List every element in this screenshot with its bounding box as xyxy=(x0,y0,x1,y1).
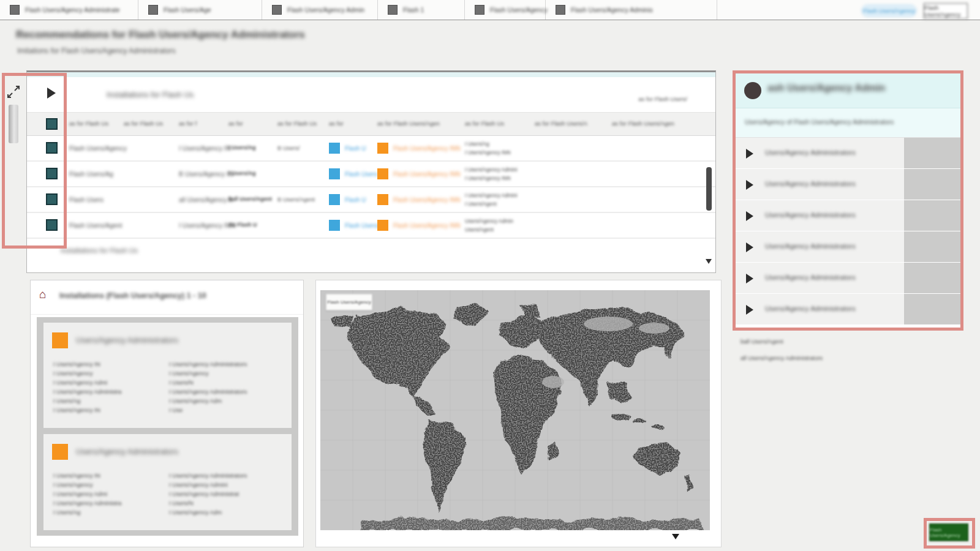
tab-label: Flash Users/Agency Admin xyxy=(287,6,364,13)
blue-badge-icon xyxy=(329,143,340,154)
row-checkbox[interactable] xyxy=(46,168,58,179)
table-row[interactable]: Flash Users/Agency I Users/Agency IN I U… xyxy=(27,136,715,162)
tab-2[interactable]: Flash Users/Age xyxy=(138,0,262,20)
row-checkbox[interactable] xyxy=(46,142,58,154)
collapse-triangle-icon[interactable] xyxy=(47,88,56,99)
cell-detail: I Users/Agency AdminiI Users/Agency INN xyxy=(465,165,518,182)
detail-line-1: I Users/Ag xyxy=(465,141,489,147)
expand-icon[interactable] xyxy=(6,84,21,99)
orange-badge-icon xyxy=(377,220,388,231)
accordion-item[interactable]: Users/Agency Administrators xyxy=(736,138,960,169)
info-card-body: Users/Agency Administrators I Users/Agen… xyxy=(37,317,298,536)
scrollbar-thumb[interactable] xyxy=(706,167,712,211)
tab-5[interactable]: Flash Users/Agency xyxy=(465,0,546,20)
map-down-arrow-icon[interactable] xyxy=(672,534,679,539)
detail-line-1: I Users/Agency Admini xyxy=(465,192,518,198)
cell-value: I Users/Ag xyxy=(228,144,256,151)
legend-info-card: ⌂ Installations (Flash Users/Agency) 1 -… xyxy=(30,280,304,547)
gutter-scroll-handle[interactable] xyxy=(9,105,18,143)
cell-detail: I Users/AgI Users/Agency INN xyxy=(465,140,511,157)
legend-line: I Users/Agency Administrat xyxy=(169,489,247,498)
accordion-value-block xyxy=(904,231,960,262)
panel-top-strip xyxy=(27,72,715,77)
detail-side-panel: ash Users/Agency Admin Users/Agency of F… xyxy=(736,73,960,328)
table-row[interactable]: Flash Users/Ag B Users/Agency IN I Users… xyxy=(27,162,715,187)
map-card: Flash Users/Agency xyxy=(315,280,722,547)
legend-line: I Users/N xyxy=(169,378,247,387)
recommendations-table-panel: Installations for Flash Us as for Flash … xyxy=(26,70,716,273)
tab-bar: Flash Users/Agency Administrate Flash Us… xyxy=(0,0,980,20)
cell-value: B Users/ xyxy=(277,144,300,151)
legend-list-right: I Users/Agency Administrators I Users/Ag… xyxy=(169,359,247,414)
map-layer-label[interactable]: Flash Users/Agency xyxy=(326,294,372,310)
table-header-row: as for Flash Us as for Flash Us as for f… xyxy=(27,113,715,136)
column-header: as for f xyxy=(179,120,197,127)
blue-link[interactable]: Flash U xyxy=(345,145,366,152)
accordion-item[interactable]: Users/Agency Administrators xyxy=(736,231,960,263)
action-green-button[interactable]: Flash Users/Agency xyxy=(929,523,968,541)
orange-link[interactable]: Flash Users/Agency INN xyxy=(393,171,460,178)
legend-line: I Users/Ag xyxy=(53,508,121,517)
legend-group-heading: Users/Agency Administrators xyxy=(76,447,178,456)
column-header: as for Flash Users/Agen xyxy=(377,120,440,127)
side-panel-subtitle: Users/Agency of Flash Users/Agency Admin… xyxy=(745,118,894,126)
expand-triangle-icon[interactable] xyxy=(746,180,753,190)
orange-link[interactable]: Flash Users/Agency INN xyxy=(393,145,460,152)
accordion-label: Users/Agency Administrators xyxy=(765,242,856,250)
tab-1[interactable]: Flash Users/Agency Administrate xyxy=(0,0,138,20)
cell-value: all Users/Agency A xyxy=(179,196,233,203)
topbar-pill-button[interactable]: Flash Users/Agency xyxy=(861,4,917,17)
orange-link[interactable]: Flash Users/Agency INN xyxy=(393,222,460,229)
accordion-item[interactable]: Users/Agency Administrators xyxy=(736,169,960,200)
orange-legend-icon xyxy=(52,444,68,460)
home-icon[interactable]: ⌂ xyxy=(39,288,46,300)
scrollbar-down-arrow-icon[interactable] xyxy=(706,259,712,264)
accordion-item[interactable]: Users/Agency Administrators xyxy=(736,263,960,294)
info-card-title: Installations (Flash Users/Agency) 1 - 1… xyxy=(59,291,206,300)
accordion-label: Users/Agency Administrators xyxy=(765,274,856,281)
legend-line: I Users/Agency Administrators xyxy=(169,359,247,369)
row-checkbox[interactable] xyxy=(46,193,58,205)
table-row[interactable]: Flash Users/Agent I Users/Agency INN As … xyxy=(27,213,715,239)
table-scrollbar[interactable] xyxy=(707,115,714,269)
legend-line: I Users/Agency IN xyxy=(53,405,121,414)
accordion-item[interactable]: Users/Agency Administrators xyxy=(736,200,960,231)
cell-name: Flash Users/Ag xyxy=(69,170,113,178)
blue-badge-icon xyxy=(329,168,340,179)
accordion-label: Users/Agency Administrators xyxy=(765,305,856,312)
expand-triangle-icon[interactable] xyxy=(746,305,753,315)
tab-3[interactable]: Flash Users/Agency Admin xyxy=(262,0,378,20)
cell-detail: I Users/Agency AdminiI Users/Agent xyxy=(465,191,518,208)
tab-label: Flash Users/Agency Adminis xyxy=(571,6,653,13)
cell-detail: Users/Agency AdminUsers/Agent xyxy=(465,217,513,234)
legend-line: I Users/Agency Administra xyxy=(53,498,121,508)
accordion-item[interactable]: Users/Agency Administrators xyxy=(736,294,960,325)
accordion-label: Users/Agency Administrators xyxy=(765,211,856,219)
legend-line: I Users/Agency xyxy=(169,369,247,378)
expand-triangle-icon[interactable] xyxy=(746,149,753,159)
expand-triangle-icon[interactable] xyxy=(746,211,753,221)
tab-6[interactable]: Flash Users/Agency Adminis xyxy=(546,0,717,20)
orange-badge-icon xyxy=(377,143,388,154)
row-checkbox[interactable] xyxy=(46,219,58,231)
blue-link[interactable]: Flash Users xyxy=(345,171,377,178)
legend-line: I Users/Agency Administra xyxy=(53,387,121,396)
accordion-value-block xyxy=(904,138,960,168)
cell-name: Flash Users xyxy=(69,196,104,203)
table-row[interactable]: Flash Users all Users/Agency A ball User… xyxy=(27,187,715,213)
tab-4[interactable]: Flash 1 xyxy=(378,0,465,20)
column-header: as for Flash Users/A xyxy=(535,120,587,127)
topbar-box-button[interactable]: Flash Users/Agency xyxy=(924,3,968,19)
select-all-checkbox[interactable] xyxy=(46,118,58,130)
expand-triangle-icon[interactable] xyxy=(746,274,753,283)
legend-group-2: Users/Agency Administrators I Users/Agen… xyxy=(43,434,292,530)
cell-name: Flash Users/Agency xyxy=(69,144,127,152)
world-map[interactable]: Flash Users/Agency xyxy=(320,290,710,530)
table-panel-header: Installations for Flash Us as for Flash … xyxy=(27,77,715,113)
legend-list-left: I Users/Agency IN I Users/Agency I Users… xyxy=(53,471,121,517)
orange-link[interactable]: Flash Users/Agency INN xyxy=(393,197,460,203)
blue-link[interactable]: Flash U xyxy=(345,197,366,203)
legend-line: I Users/Agency Admini xyxy=(169,480,247,489)
side-panel-subheader: Users/Agency of Flash Users/Agency Admin… xyxy=(736,108,960,138)
expand-triangle-icon[interactable] xyxy=(746,242,753,252)
